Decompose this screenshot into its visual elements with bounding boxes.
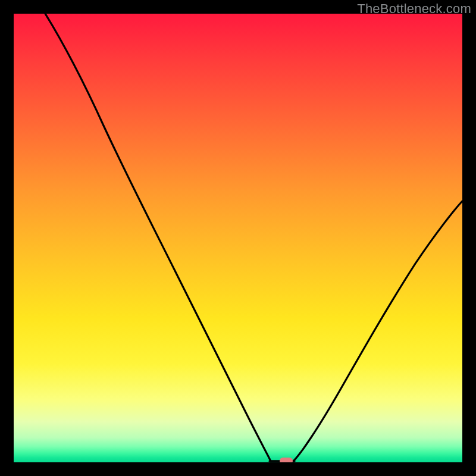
plot-area: [14, 14, 462, 462]
watermark-text: TheBottleneck.com: [357, 1, 471, 17]
minimum-marker: [280, 458, 293, 462]
chart-stage: TheBottleneck.com: [0, 0, 476, 476]
bottleneck-curve: [45, 14, 462, 461]
curve-layer: [14, 14, 462, 462]
